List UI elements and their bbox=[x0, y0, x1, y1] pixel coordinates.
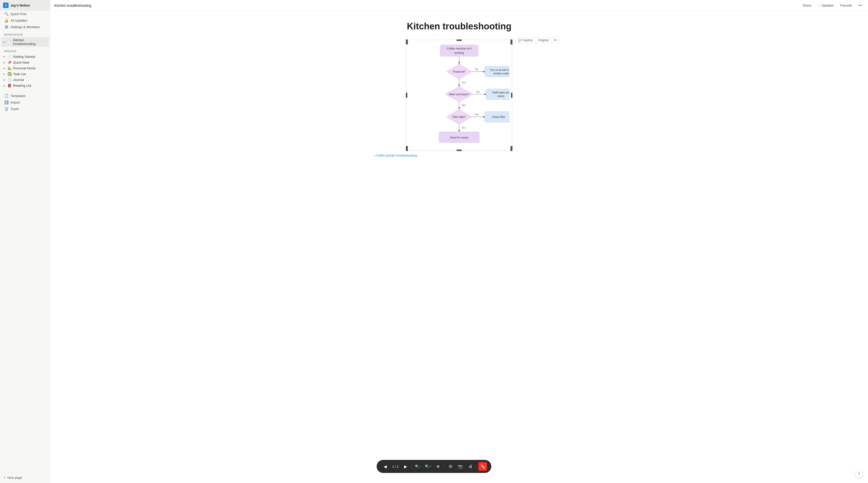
chevron-right-icon-gs: ▶ bbox=[3, 55, 5, 58]
edit-button[interactable]: ✏️ bbox=[478, 462, 487, 471]
zoom-out-button[interactable]: 🔍 − bbox=[413, 462, 423, 471]
help-button[interactable]: ? bbox=[855, 470, 863, 478]
resize-handle-br[interactable] bbox=[510, 146, 513, 151]
coffee-grinder-link[interactable]: > Coffee grinder troubleshooting bbox=[374, 154, 417, 157]
svg-marker-25 bbox=[458, 107, 460, 109]
page-label-gs: Getting Started bbox=[13, 55, 35, 59]
sidebar-item-quick-find[interactable]: 🔍 Quick Find bbox=[1, 10, 49, 17]
svg-text:another outlet: another outlet bbox=[493, 72, 509, 75]
svg-text:Send for repair: Send for repair bbox=[450, 136, 468, 139]
plus-icon: + bbox=[3, 476, 5, 480]
favorite-button[interactable]: Favorite bbox=[838, 2, 854, 8]
chevron-down-icon: ⌄ bbox=[45, 4, 47, 7]
sidebar-item-reading-list[interactable]: ▶ 📕 Reading List bbox=[1, 83, 49, 89]
more-button[interactable]: ••• bbox=[857, 2, 864, 8]
svg-marker-35 bbox=[458, 130, 460, 132]
workspace-header[interactable]: J Jay's Notion ⌄ bbox=[0, 0, 50, 10]
sidebar-item-kitchen-troubleshooting[interactable]: ▶ 📄 Kitchen troubleshooting bbox=[1, 37, 49, 47]
next-page-button[interactable]: ▶ bbox=[401, 462, 410, 471]
resize-handle-top[interactable] bbox=[457, 39, 462, 41]
resize-handle-tr[interactable] bbox=[510, 39, 513, 44]
zoom-in-button[interactable]: 🔍 + bbox=[424, 462, 433, 471]
sidebar-item-personal-home[interactable]: ▶ 🏡 Personal Home bbox=[1, 65, 49, 71]
selection-frame: Coffee machine isn't working Powered? No… bbox=[406, 40, 512, 151]
comment-icon: 💬 bbox=[518, 39, 522, 42]
svg-rect-21 bbox=[486, 89, 509, 99]
chevron-right-icon: ▶ bbox=[3, 41, 5, 43]
bell-icon: 🔔 bbox=[4, 18, 8, 22]
original-btn[interactable]: Original bbox=[535, 37, 551, 43]
prev-page-button[interactable]: ◀ bbox=[381, 462, 390, 471]
share-button[interactable]: Share bbox=[801, 2, 813, 8]
chevron-right-icon-tl: ▶ bbox=[3, 73, 5, 75]
sidebar-label-settings: Settings & Members bbox=[10, 25, 40, 29]
flowchart-svg: Coffee machine isn't working Powered? No… bbox=[409, 42, 509, 148]
sidebar-bottom: + New page bbox=[0, 472, 50, 483]
sidebar-item-import[interactable]: ⬇️ Import bbox=[1, 99, 49, 105]
svg-text:No: No bbox=[475, 68, 478, 71]
resize-handle-bottom[interactable] bbox=[457, 150, 462, 151]
svg-text:Yes: Yes bbox=[475, 113, 479, 116]
sidebar-item-task-list[interactable]: ▶ ✅ Task List bbox=[1, 71, 49, 77]
search-icon: 🔍 bbox=[4, 12, 8, 16]
camera-button[interactable]: 📷 bbox=[456, 462, 465, 471]
resize-handle-bl[interactable] bbox=[406, 146, 408, 151]
main-area: Kitchen troubleshooting Share ✓ Updates … bbox=[50, 0, 868, 483]
page-icon: 📄 bbox=[7, 40, 11, 44]
prev-icon: ◀ bbox=[384, 464, 387, 469]
check-icon: ✅ bbox=[7, 72, 11, 76]
sidebar-item-quick-note[interactable]: ▶ 📌 Quick Note bbox=[1, 60, 49, 65]
sidebar-item-trash[interactable]: 🗑️ Trash bbox=[1, 105, 49, 112]
fit-icon: ⊕ bbox=[436, 464, 440, 469]
svg-marker-14 bbox=[458, 85, 460, 87]
page-title: Kitchen troubleshooting bbox=[359, 21, 560, 32]
print-icon: 🖨 bbox=[468, 464, 472, 469]
svg-text:Coffee machine isn't: Coffee machine isn't bbox=[446, 47, 471, 50]
resize-handle-right[interactable] bbox=[511, 93, 513, 98]
new-page-label: New page bbox=[7, 476, 22, 480]
sidebar-item-templates[interactable]: 📋 Templates bbox=[1, 93, 49, 99]
layers-icon: ⧉ bbox=[449, 464, 452, 469]
sidebar-label-import: Import bbox=[10, 100, 20, 104]
page-label-j: Journal bbox=[13, 78, 24, 82]
sidebar-item-settings[interactable]: ⚙️ Settings & Members bbox=[1, 24, 49, 30]
svg-text:beans: beans bbox=[498, 95, 504, 97]
svg-text:Water and beans?: Water and beans? bbox=[449, 93, 469, 96]
page-label-tl: Task List bbox=[13, 72, 26, 76]
overlay-more-btn[interactable]: ••• bbox=[551, 37, 559, 43]
page-content: Kitchen troubleshooting 💬 Caption Origin… bbox=[50, 11, 868, 483]
sidebar-item-getting-started[interactable]: ▶ 📄 Getting Started bbox=[1, 54, 49, 60]
sidebar-item-journal[interactable]: ▶ 🗒️ Journal bbox=[1, 77, 49, 83]
resize-handle-left[interactable] bbox=[406, 93, 407, 98]
fit-button[interactable]: ⊕ bbox=[434, 462, 442, 471]
templates-icon: 📋 bbox=[4, 94, 8, 98]
sidebar-item-all-updates[interactable]: 🔔 All Updates bbox=[1, 17, 49, 24]
page-indicator: 1 / 2 bbox=[391, 465, 400, 469]
page-label-kitchen: Kitchen troubleshooting bbox=[13, 38, 47, 46]
updates-label: Updates bbox=[822, 3, 834, 7]
diagram-overlay-toolbar: 💬 Caption Original ••• bbox=[515, 37, 560, 43]
svg-text:No: No bbox=[476, 91, 480, 93]
svg-text:Powered?: Powered? bbox=[453, 70, 465, 73]
chevron-right-icon-j: ▶ bbox=[3, 78, 5, 81]
print-button[interactable]: 🖨 bbox=[466, 462, 475, 471]
camera-icon: 📷 bbox=[458, 464, 463, 469]
workspace-avatar: J bbox=[3, 2, 8, 8]
topbar-actions: Share ✓ Updates Favorite ••• bbox=[801, 2, 864, 8]
caption-btn[interactable]: 💬 Caption bbox=[516, 37, 535, 43]
svg-text:Clean filter: Clean filter bbox=[492, 115, 505, 118]
svg-rect-10 bbox=[485, 66, 509, 77]
layers-button[interactable]: ⧉ bbox=[446, 462, 455, 471]
page-label-qn: Quick Note bbox=[13, 61, 29, 64]
house-icon: 🏡 bbox=[7, 66, 11, 70]
resize-handle-tl[interactable] bbox=[406, 39, 408, 44]
updates-button[interactable]: ✓ Updates bbox=[816, 2, 836, 8]
workspace-title: Jay's Notion bbox=[10, 3, 43, 7]
new-page-button[interactable]: + New page bbox=[0, 474, 50, 482]
svg-text:Yes: Yes bbox=[462, 104, 466, 106]
trash-icon: 🗑️ bbox=[4, 107, 8, 111]
svg-text:Refill water and: Refill water and bbox=[493, 91, 509, 94]
topbar: Kitchen troubleshooting Share ✓ Updates … bbox=[50, 0, 868, 11]
bottom-toolbar: ◀ 1 / 2 ▶ 🔍 − 🔍 + ⊕ ⧉ 📷 🖨 ✏️ bbox=[377, 460, 491, 473]
diagram-area: 💬 Caption Original ••• bbox=[359, 40, 560, 157]
